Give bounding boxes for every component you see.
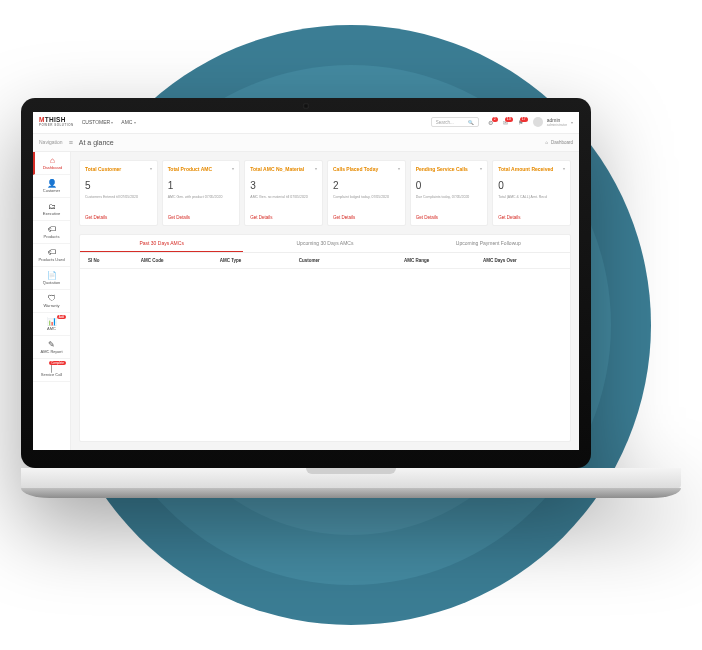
card-title: Total AMC No_Material▾ <box>250 166 317 176</box>
sidebar-item-label: Service Call <box>41 372 62 377</box>
chevron-down-icon[interactable]: ▾ <box>398 166 400 171</box>
amc-panel: Past 30 Days AMCsUpcoming 30 Days AMCsUp… <box>79 234 571 442</box>
page-title: At a glance <box>79 139 114 146</box>
sidebar-item-quotation[interactable]: 📄Quotation <box>33 267 70 290</box>
badge-count: 17 <box>520 117 528 122</box>
chevron-down-icon[interactable]: ▾ <box>232 166 234 171</box>
chevron-down-icon: ▾ <box>571 120 573 125</box>
badge-count: 13 <box>505 117 513 122</box>
card-title: Total Amount Received▾ <box>498 166 565 176</box>
card-value: 0 <box>416 180 483 191</box>
sidebar-item-products[interactable]: 🏷Products <box>33 221 70 244</box>
sidebar-item-label: Customer <box>43 188 60 193</box>
top-nav: CUSTOMER AMC <box>82 119 136 125</box>
sidebar-item-customer[interactable]: 👤Customer <box>33 175 70 198</box>
stat-card: Total Product AMC▾1AMC Gen. with product… <box>162 160 241 226</box>
card-title: Total Customer▾ <box>85 166 152 176</box>
notification-icons: ⚙2 ✉13 ⚑17 <box>487 119 525 126</box>
search-placeholder: Search... <box>436 120 454 125</box>
chevron-down-icon[interactable]: ▾ <box>563 166 565 171</box>
top-bar: MTHISH POWER SOLUTION CUSTOMER AMC Searc… <box>33 112 579 134</box>
sidebar-item-label: Dashboard <box>43 165 63 170</box>
card-value: 0 <box>498 180 565 191</box>
sidebar-badge: Add <box>57 315 66 319</box>
brand-logo: MTHISH POWER SOLUTION <box>39 117 74 127</box>
column-header: AMC Days Over <box>483 258 562 263</box>
badge-count: 2 <box>492 117 498 122</box>
chevron-down-icon[interactable]: ▾ <box>150 166 152 171</box>
sidebar-item-executive[interactable]: 🗂Executive <box>33 198 70 221</box>
card-link[interactable]: Get Details <box>250 215 317 220</box>
card-title: Calls Placed Today▾ <box>333 166 400 176</box>
card-link[interactable]: Get Details <box>498 215 565 220</box>
dashboard-icon: ⌂ <box>36 156 69 165</box>
chevron-down-icon[interactable]: ▾ <box>480 166 482 171</box>
main-content: Total Customer▾5Customers Entered till 0… <box>71 152 579 450</box>
stat-card: Calls Placed Today▾2Complaint lodged tod… <box>327 160 406 226</box>
column-header: AMC Code <box>141 258 220 263</box>
chevron-down-icon[interactable]: ▾ <box>315 166 317 171</box>
search-input[interactable]: Search... 🔍 <box>431 117 479 127</box>
alert-icon[interactable]: ⚑17 <box>517 119 525 126</box>
chat-icon[interactable]: ✉13 <box>502 119 510 126</box>
warranty-icon: 🛡 <box>34 294 69 303</box>
stat-card: Total AMC No_Material▾3AMC Gen. no mater… <box>244 160 323 226</box>
card-desc: Due Complaints today, 07/05/2020 <box>416 195 483 211</box>
sidebar-item-label: Products <box>44 234 60 239</box>
card-link[interactable]: Get Details <box>416 215 483 220</box>
table-header: Sl NoAMC CodeAMC TypeCustomerAMC RangeAM… <box>80 253 570 269</box>
stat-card: Pending Service Calls▾0Due Complaints to… <box>410 160 489 226</box>
sidebar-item-service-call[interactable]: │Service CallComplete <box>33 359 70 382</box>
tab-upcoming-payment-followup[interactable]: Upcoming Payment Followup <box>407 235 570 252</box>
card-link[interactable]: Get Details <box>85 215 152 220</box>
panel-tabs: Past 30 Days AMCsUpcoming 30 Days AMCsUp… <box>80 235 570 253</box>
trackpad-notch <box>306 468 396 474</box>
sidebar-item-label: Products Used <box>38 257 64 262</box>
card-desc: Complaint lodged today, 07/05/2020 <box>333 195 400 211</box>
sidebar-item-amc-report[interactable]: ✎AMC Report <box>33 336 70 359</box>
sub-header: Navigation ≡ At a glance ⌂ Dashboard <box>33 134 579 152</box>
bell-icon[interactable]: ⚙2 <box>487 119 495 126</box>
home-icon[interactable]: ⌂ <box>545 140 548 145</box>
sidebar-item-products-used[interactable]: 🏷Products Used <box>33 244 70 267</box>
avatar <box>533 117 543 127</box>
tab-past-30-days-amcs[interactable]: Past 30 Days AMCs <box>80 235 243 252</box>
sidebar-item-label: Quotation <box>43 280 60 285</box>
column-header: AMC Range <box>404 258 483 263</box>
amc report-icon: ✎ <box>34 340 69 349</box>
column-header: Customer <box>299 258 404 263</box>
top-nav-amc[interactable]: AMC <box>121 119 135 125</box>
breadcrumb-current: Dashboard <box>551 140 573 145</box>
products-icon: 🏷 <box>34 225 69 234</box>
card-desc: Customers Entered till 07/05/2020 <box>85 195 152 211</box>
sidebar-item-warranty[interactable]: 🛡Warranty <box>33 290 70 313</box>
stat-cards: Total Customer▾5Customers Entered till 0… <box>79 160 571 226</box>
laptop-mockup: MTHISH POWER SOLUTION CUSTOMER AMC Searc… <box>21 98 681 488</box>
sidebar-item-label: AMC <box>47 326 56 331</box>
user-role: administrator <box>547 123 567 127</box>
top-nav-customer[interactable]: CUSTOMER <box>82 119 114 125</box>
stat-card: Total Customer▾5Customers Entered till 0… <box>79 160 158 226</box>
products used-icon: 🏷 <box>34 248 69 257</box>
column-header: Sl No <box>88 258 141 263</box>
card-link[interactable]: Get Details <box>168 215 235 220</box>
menu-icon[interactable]: ≡ <box>69 139 73 146</box>
sidebar-item-amc[interactable]: 📊AMCAdd <box>33 313 70 336</box>
quotation-icon: 📄 <box>34 271 69 280</box>
sidebar-item-dashboard[interactable]: ⌂Dashboard <box>33 152 70 175</box>
card-desc: Total (AMC & CALL) Amt. Recd <box>498 195 565 211</box>
laptop-screen-frame: MTHISH POWER SOLUTION CUSTOMER AMC Searc… <box>21 98 591 468</box>
card-link[interactable]: Get Details <box>333 215 400 220</box>
customer-icon: 👤 <box>34 179 69 188</box>
sidebar-badge: Complete <box>49 361 66 365</box>
app-screen: MTHISH POWER SOLUTION CUSTOMER AMC Searc… <box>33 112 579 450</box>
card-desc: AMC Gen. with product 07/05/2020 <box>168 195 235 211</box>
card-title: Pending Service Calls▾ <box>416 166 483 176</box>
sidebar-item-label: Warranty <box>43 303 59 308</box>
tab-upcoming-30-days-amcs[interactable]: Upcoming 30 Days AMCs <box>243 235 406 252</box>
executive-icon: 🗂 <box>34 202 69 211</box>
card-value: 2 <box>333 180 400 191</box>
camera-dot <box>303 103 309 109</box>
laptop-deck <box>21 468 681 488</box>
user-menu[interactable]: admin administrator ▾ <box>533 117 573 127</box>
